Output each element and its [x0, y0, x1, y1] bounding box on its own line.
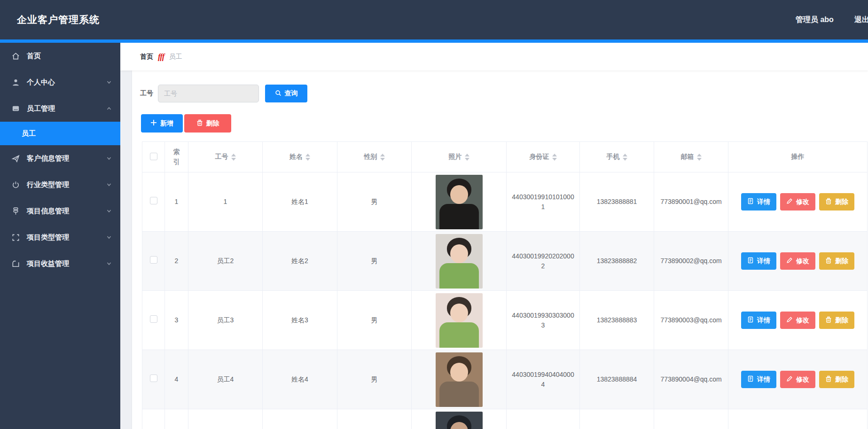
query-button[interactable]: 查询	[265, 85, 307, 102]
document-icon	[747, 316, 754, 324]
cell-id-card: 440300199303030003	[507, 291, 580, 350]
sort-icon[interactable]	[305, 154, 310, 161]
cell-email: 773890003@qq.com	[654, 291, 728, 350]
cell-emp-no	[188, 409, 263, 429]
row-checkbox[interactable]	[150, 256, 157, 264]
sort-icon[interactable]	[465, 154, 469, 161]
column-header-8[interactable]: 邮箱	[654, 142, 728, 172]
table-header-row: 索引工号姓名性别照片身份证手机邮箱操作	[142, 142, 868, 172]
edit-button[interactable]: 修改	[780, 312, 815, 329]
cell-id-card: 440300199202020002	[507, 232, 580, 291]
sort-icon[interactable]	[552, 154, 557, 161]
header-right: 管理员 abo 退出登录	[796, 0, 868, 39]
sidebar-item-label: 行业类型管理	[27, 180, 106, 189]
current-user-link[interactable]: 管理员 abo	[796, 15, 834, 25]
sidebar-item-6[interactable]: 项目信息管理	[0, 198, 120, 224]
column-header-5[interactable]: 照片	[412, 142, 507, 172]
sidebar-item-5[interactable]: 行业类型管理	[0, 172, 120, 198]
employee-photo	[436, 175, 483, 229]
detail-button[interactable]: 详情	[741, 312, 776, 329]
cell-email: 773890004@qq.com	[654, 350, 728, 409]
sidebar-subitem-3[interactable]: 员工	[0, 122, 120, 145]
search-input[interactable]	[158, 85, 259, 102]
column-header-3[interactable]: 姓名	[263, 142, 337, 172]
sidebar-item-label: 项目信息管理	[27, 207, 106, 216]
column-header-6[interactable]: 身份证	[507, 142, 580, 172]
sidebar-item-8[interactable]: 项目收益管理	[0, 250, 120, 277]
home-icon	[11, 52, 20, 61]
cell-name: 姓名1	[263, 172, 337, 232]
employee-photo	[436, 234, 483, 289]
cell-index	[165, 409, 188, 429]
row-delete-button[interactable]: 删除	[819, 252, 854, 270]
select-all-checkbox[interactable]	[150, 153, 157, 160]
folder-icon	[11, 259, 20, 268]
edit-button-label: 修改	[796, 257, 809, 265]
detail-button-label: 详情	[757, 316, 770, 325]
edit-button[interactable]: 修改	[780, 371, 815, 388]
cell-gender: 男	[337, 232, 412, 291]
row-checkbox[interactable]	[150, 315, 157, 323]
cell-gender	[337, 409, 412, 429]
chevron-down-icon	[106, 208, 112, 214]
row-checkbox[interactable]	[150, 374, 157, 382]
row-delete-button[interactable]: 删除	[819, 193, 854, 211]
detail-button[interactable]: 详情	[741, 371, 776, 388]
column-label: 索引	[173, 147, 180, 167]
cell-id-card: 440300199101010001	[507, 172, 580, 232]
sort-icon[interactable]	[231, 154, 236, 161]
row-delete-button-label: 删除	[835, 375, 848, 384]
sidebar-item-1[interactable]: 个人中心	[0, 69, 120, 95]
document-icon	[747, 198, 754, 206]
table-row: 4 员工4 姓名4 男 440300199404040004 138238888…	[142, 350, 868, 409]
detail-button[interactable]: 详情	[741, 252, 776, 270]
chevron-up-icon	[106, 106, 112, 111]
sort-icon[interactable]	[623, 154, 627, 161]
table-row: 1 1 姓名1 男 440300199101010001 13823888881…	[142, 172, 868, 232]
edit-button[interactable]: 修改	[780, 252, 815, 270]
sort-icon[interactable]	[697, 154, 702, 161]
cell-phone	[580, 409, 654, 429]
column-header-4[interactable]: 性别	[337, 142, 412, 172]
cell-id-card: 440300199404040004	[507, 350, 580, 409]
logout-link[interactable]: 退出登录	[854, 15, 868, 25]
document-icon	[747, 257, 754, 265]
row-delete-button[interactable]: 删除	[819, 371, 854, 388]
cell-index: 2	[165, 232, 188, 291]
cell-index: 4	[165, 350, 188, 409]
add-button[interactable]: 新增	[141, 114, 183, 133]
chevron-down-icon	[106, 156, 112, 161]
sidebar-item-0[interactable]: 首页	[0, 43, 120, 69]
edit-button[interactable]: 修改	[780, 193, 815, 211]
cell-email: 773890002@qq.com	[654, 232, 728, 291]
delete-button[interactable]: 删除	[184, 114, 231, 133]
cell-name: 姓名4	[263, 350, 337, 409]
breadcrumb-home[interactable]: 首页	[140, 53, 153, 61]
chevron-down-icon	[106, 182, 112, 187]
search-label: 工号	[140, 89, 153, 98]
column-label: 手机	[607, 153, 620, 161]
cell-name: 姓名2	[263, 232, 337, 291]
employee-table: 索引工号姓名性别照片身份证手机邮箱操作 1 1 姓名1 男 4403001991…	[142, 141, 868, 429]
query-button-label: 查询	[285, 89, 298, 98]
pen-icon	[786, 198, 793, 206]
sidebar-item-7[interactable]: 项目类型管理	[0, 224, 120, 250]
employee-table-wrap: 索引工号姓名性别照片身份证手机邮箱操作 1 1 姓名1 男 4403001991…	[142, 141, 867, 429]
column-label: 操作	[791, 153, 805, 161]
column-header-2[interactable]: 工号	[188, 142, 263, 172]
column-header-7[interactable]: 手机	[580, 142, 654, 172]
row-delete-button-label: 删除	[835, 257, 848, 265]
sidebar-subitem-label: 员工	[22, 129, 36, 138]
column-label: 邮箱	[681, 153, 694, 161]
sidebar-item-label: 项目收益管理	[27, 259, 106, 268]
sort-icon[interactable]	[380, 154, 385, 161]
photo-clothes	[439, 322, 479, 348]
cell-name: 姓名3	[263, 291, 337, 350]
sidebar-item-label: 首页	[27, 52, 112, 61]
row-checkbox[interactable]	[150, 197, 157, 204]
detail-button[interactable]: 详情	[741, 193, 776, 211]
row-delete-button[interactable]: 删除	[819, 312, 854, 329]
table-row: 3 员工3 姓名3 男 440300199303030003 138238888…	[142, 291, 868, 350]
sidebar-item-4[interactable]: 客户信息管理	[0, 145, 120, 172]
sidebar-item-2[interactable]: 员工管理	[0, 95, 120, 122]
